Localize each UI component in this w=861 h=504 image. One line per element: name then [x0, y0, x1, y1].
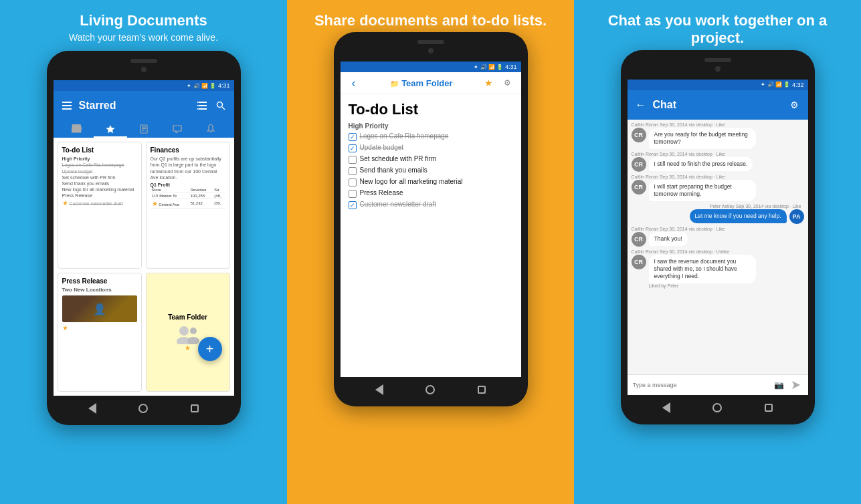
- svg-rect-3: [199, 102, 207, 103]
- svg-point-17: [179, 326, 189, 336]
- tab-inbox[interactable]: [60, 120, 94, 138]
- settings-icon-3[interactable]: ⚙: [788, 98, 801, 112]
- finances-table: StoreRevenueSa 115 Market St100,255(48, …: [151, 187, 225, 209]
- q1-profit-label: Q1 Profit: [151, 182, 225, 187]
- chat-bubble-row-3: CR I will start preparing the budget tom…: [632, 180, 804, 201]
- tab-notifications[interactable]: [194, 120, 227, 138]
- list-view-icon[interactable]: [195, 99, 209, 112]
- card-todo[interactable]: To-do List High Priority Logos on Cafe R…: [58, 142, 142, 268]
- back-icon-3[interactable]: ←: [634, 98, 648, 112]
- card-folder-star: ★: [185, 344, 191, 352]
- chat-messages: Caitlin Roran Sep 30, 2014 via desktop ·…: [628, 120, 808, 374]
- chat-meta-5: Caitlin Roran Sep 30, 2014 via desktop ·…: [632, 227, 804, 231]
- chat-title: Chat: [653, 99, 783, 111]
- checkbox-1[interactable]: ✓: [349, 133, 357, 141]
- checkbox-6[interactable]: [349, 190, 357, 198]
- nav-recents-2[interactable]: [476, 384, 488, 396]
- card-folder-title: Team Folder: [168, 313, 207, 321]
- screen-2: ✦ 🔊 📶 🔋 4:31 ‹ 📁 Team Folder ★ ⚙ To-do L…: [341, 61, 521, 377]
- search-icon[interactable]: [214, 99, 227, 112]
- tab-docs[interactable]: [127, 120, 161, 138]
- card-press-subtitle: Two New Locations: [62, 287, 137, 293]
- todo-item-6[interactable]: Press Release: [349, 189, 513, 198]
- nav-back-3[interactable]: [660, 402, 672, 414]
- back-icon-2[interactable]: ‹: [347, 76, 361, 90]
- checkbox-4[interactable]: [349, 167, 357, 175]
- card-team-folder[interactable]: Team Folder ★: [146, 273, 230, 392]
- phone-camera-2: [428, 48, 434, 53]
- tab-starred[interactable]: [94, 120, 127, 138]
- checkbox-2[interactable]: ✓: [349, 144, 357, 152]
- chat-meta-6: Caitlin Roran Sep 30, 2014 via desktop ·…: [632, 249, 804, 254]
- todo-text-1: Logos on Cafe Ria homepage: [360, 132, 449, 140]
- chat-msg-1: Caitlin Roran Sep 30, 2014 via desktop ·…: [632, 122, 804, 149]
- chat-meta-4: Peter Astley Sep 30, 2014 via desktop · …: [632, 204, 801, 209]
- p2-header-title: 📁 Team Folder: [366, 78, 477, 88]
- status-icons-3: ✦ 🔊 📶 🔋: [761, 82, 790, 88]
- chat-msg-6: Caitlin Roran Sep 30, 2014 via desktop ·…: [632, 249, 804, 288]
- phone-speaker-2: [417, 40, 444, 44]
- camera-icon[interactable]: 📷: [773, 378, 786, 392]
- svg-rect-1: [62, 105, 72, 106]
- svg-rect-7: [199, 108, 207, 110]
- tab-chat[interactable]: [161, 120, 194, 138]
- status-time: 4:31: [218, 82, 230, 89]
- chat-bubble-row-2: CR I still need to finish the press rele…: [632, 157, 804, 172]
- todo-text-3: Set schedule with PR firm: [360, 155, 437, 162]
- cards-grid: To-do List High Priority Logos on Cafe R…: [54, 138, 234, 396]
- nav-recents-3[interactable]: [763, 402, 775, 414]
- bubble-5: Thank you!: [649, 232, 688, 246]
- phone-1: ✦ 🔊 📶 🔋 4:31 Starred: [47, 51, 241, 425]
- status-bar-1: ✦ 🔊 📶 🔋 4:31: [54, 80, 234, 91]
- svg-rect-0: [62, 102, 72, 103]
- status-bar-2: ✦ 🔊 📶 🔋 4:31: [341, 61, 521, 72]
- card-press-release[interactable]: Press Release Two New Locations ★: [58, 273, 142, 392]
- chat-msg-5: Caitlin Roran Sep 30, 2014 via desktop ·…: [632, 227, 804, 247]
- svg-marker-11: [106, 125, 114, 133]
- phone-3: ✦ 🔊 📶 🔋 4:32 ← Chat ⚙ Caitlin Roran Sep …: [621, 50, 815, 424]
- card-finances-title: Finances: [151, 146, 225, 154]
- nav-back-2[interactable]: [373, 384, 385, 396]
- chat-bubble-row-1: CR Are you ready for the budget meeting …: [632, 128, 804, 149]
- chat-input[interactable]: [633, 382, 769, 388]
- send-icon[interactable]: [789, 378, 803, 392]
- checkbox-5[interactable]: [349, 178, 357, 186]
- status-icons: ✦ 🔊 📶 🔋: [187, 83, 216, 89]
- fab-button[interactable]: +: [198, 337, 222, 361]
- nav-home-3[interactable]: [711, 402, 723, 414]
- avatar-2: CR: [632, 157, 646, 172]
- nav-back-1[interactable]: [86, 402, 98, 414]
- chat-meta-3: Caitlin Roran Sep 30, 2014 via desktop ·…: [632, 174, 804, 179]
- settings-icon-2[interactable]: ⚙: [501, 76, 514, 90]
- bubble-1: Are you ready for the budget meeting tom…: [649, 128, 756, 149]
- todo-item-1[interactable]: ✓ Logos on Cafe Ria homepage: [349, 132, 513, 141]
- nav-home-1[interactable]: [137, 402, 149, 414]
- phone-nav-3: [628, 395, 808, 416]
- todo-text-4: Send thank you emails: [360, 166, 427, 174]
- bubble-6: I saw the revenue document you shared wi…: [649, 255, 756, 283]
- todo-item-4[interactable]: Send thank you emails: [349, 166, 513, 175]
- chat-bubble-row-5: CR Thank you!: [632, 232, 804, 247]
- card-finances[interactable]: Finances Our Q2 profits are up substanti…: [146, 142, 230, 268]
- avatar-6: CR: [632, 255, 646, 269]
- svg-line-10: [222, 107, 225, 110]
- svg-rect-4: [197, 102, 199, 103]
- card-todo-title: To-do List: [62, 146, 137, 154]
- phone-camera: [141, 67, 147, 72]
- checkbox-3[interactable]: [349, 156, 357, 164]
- phone-speaker: [130, 59, 157, 63]
- star-icon-2[interactable]: ★: [482, 76, 496, 90]
- todo-section: High Priority: [349, 122, 513, 130]
- todo-item-7[interactable]: ✓ Customer newsletter draft: [349, 201, 513, 209]
- nav-home-2[interactable]: [424, 384, 436, 396]
- checkbox-7[interactable]: ✓: [349, 201, 357, 209]
- chat-screen: Caitlin Roran Sep 30, 2014 via desktop ·…: [628, 120, 808, 395]
- todo-item-5[interactable]: New logo for all marketing material: [349, 178, 513, 186]
- svg-marker-21: [792, 381, 800, 389]
- nav-recents-1[interactable]: [189, 402, 201, 414]
- todo-item-2[interactable]: ✓ Update budget: [349, 144, 513, 152]
- todo-item-3[interactable]: Set schedule with PR firm: [349, 155, 513, 164]
- panel-living-documents: Living Documents Watch your team's work …: [0, 0, 287, 504]
- menu-icon[interactable]: [60, 99, 74, 112]
- folder-users-icon: [175, 323, 201, 344]
